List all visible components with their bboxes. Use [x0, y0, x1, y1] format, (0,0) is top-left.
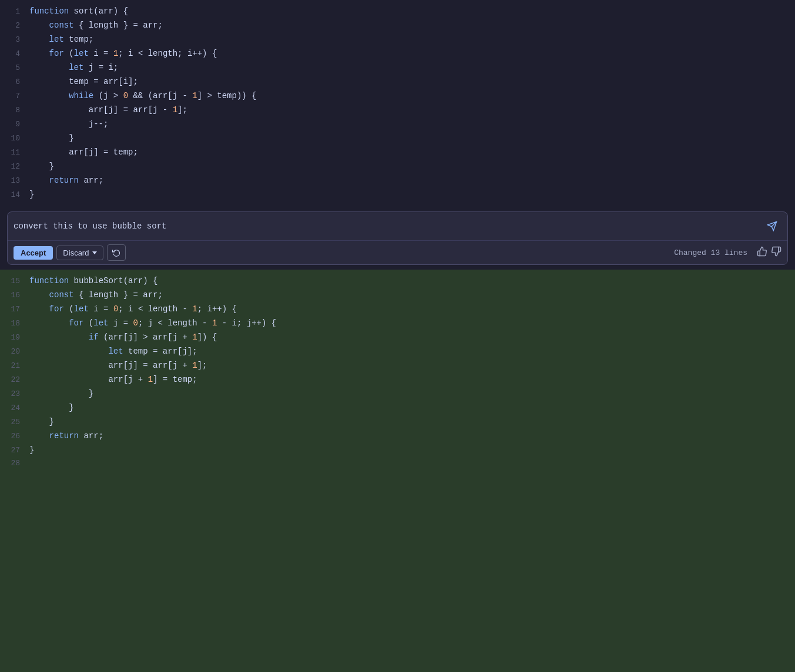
- line-content: let j = i;: [29, 61, 795, 74]
- line-number: 26: [0, 431, 29, 443]
- line-content: }: [29, 160, 795, 173]
- line-content: for (let i = 0; i < length - 1; i++) {: [29, 303, 795, 315]
- code-line-diff: 20 let temp = arr[j];: [0, 345, 795, 359]
- code-line: 5 let j = i;: [0, 61, 795, 75]
- line-content: function bubbleSort(arr) {: [29, 274, 795, 287]
- line-number: 9: [0, 119, 29, 131]
- feedback-buttons: [757, 246, 781, 259]
- line-content: while (j > 0 && (arr[j - 1] > temp)) {: [29, 89, 795, 102]
- changed-label: Changed 13 lines: [674, 248, 747, 257]
- discard-button[interactable]: Discard: [56, 246, 103, 260]
- refresh-icon: [112, 248, 120, 257]
- line-number: 15: [0, 275, 29, 288]
- ai-actions-row: Accept Discard Changed 13 lines: [8, 240, 787, 264]
- thumbs-down-button[interactable]: [771, 246, 781, 259]
- line-content: if (arr[j] > arr[j + 1]) {: [29, 331, 795, 344]
- line-content: arr[j] = temp;: [29, 146, 795, 159]
- line-number: 18: [0, 318, 29, 330]
- thumbs-up-icon: [757, 246, 767, 257]
- line-content: arr[j] = arr[j + 1];: [29, 359, 795, 372]
- line-number: 2: [0, 20, 29, 32]
- line-number: 21: [0, 360, 29, 372]
- code-line-diff: 16 const { length } = arr;: [0, 288, 795, 303]
- code-line: 4 for (let i = 1; i < length; i++) {: [0, 47, 795, 61]
- line-content: return arr;: [29, 174, 795, 187]
- code-line-diff: 24 }: [0, 401, 795, 415]
- line-number: 17: [0, 304, 29, 316]
- code-line: 12 }: [0, 160, 795, 174]
- code-line: 7 while (j > 0 && (arr[j - 1] > temp)) {: [0, 89, 795, 103]
- line-content: let temp = arr[j];: [29, 345, 795, 358]
- line-content: return arr;: [29, 429, 795, 442]
- line-content: temp = arr[i];: [29, 75, 795, 88]
- line-number: 5: [0, 62, 29, 75]
- code-line-diff: 22 arr[j + 1] = temp;: [0, 373, 795, 387]
- line-number: 1: [0, 6, 29, 18]
- line-number: 20: [0, 346, 29, 358]
- line-number: 7: [0, 90, 29, 103]
- ai-widget: Accept Discard Changed 13 lines: [7, 211, 788, 265]
- code-line: 8 arr[j] = arr[j - 1];: [0, 103, 795, 117]
- line-content: }: [29, 132, 795, 145]
- line-number: 16: [0, 290, 29, 302]
- code-line: 13 return arr;: [0, 174, 795, 188]
- code-line-diff: 21 arr[j] = arr[j + 1];: [0, 359, 795, 373]
- thumbs-down-icon: [771, 246, 781, 257]
- code-line: 10 }: [0, 132, 795, 146]
- chevron-down-icon: [92, 251, 97, 254]
- code-line-diff: 19 if (arr[j] > arr[j + 1]) {: [0, 331, 795, 345]
- line-number: 8: [0, 105, 29, 117]
- line-content: arr[j + 1] = temp;: [29, 373, 795, 386]
- code-line: 6 temp = arr[i];: [0, 75, 795, 89]
- code-line-diff: 23 }: [0, 387, 795, 401]
- line-number: 3: [0, 34, 29, 46]
- code-line: 1 function sort(arr) {: [0, 5, 795, 19]
- editor-container: 1 function sort(arr) { 2 const { length …: [0, 0, 795, 672]
- line-number: 19: [0, 332, 29, 344]
- line-content: }: [29, 387, 795, 400]
- line-number: 4: [0, 48, 29, 61]
- ai-submit-button[interactable]: [763, 217, 781, 236]
- line-content: }: [29, 401, 795, 414]
- line-content: }: [29, 415, 795, 428]
- refresh-button[interactable]: [107, 244, 126, 261]
- line-content: const { length } = arr;: [29, 19, 795, 32]
- code-section-diff: 15 function bubbleSort(arr) { 16 const {…: [0, 270, 795, 672]
- line-number: 11: [0, 147, 29, 159]
- code-line: 11 arr[j] = temp;: [0, 146, 795, 160]
- line-content: for (let j = 0; j < length - 1 - i; j++)…: [29, 317, 795, 330]
- code-line-diff: 27 }: [0, 443, 795, 458]
- accept-button[interactable]: Accept: [14, 246, 53, 260]
- code-line: 9 j--;: [0, 117, 795, 132]
- line-content: arr[j] = arr[j - 1];: [29, 103, 795, 116]
- code-section-top: 1 function sort(arr) { 2 const { length …: [0, 0, 795, 207]
- line-number: 28: [0, 458, 29, 470]
- line-number: 6: [0, 76, 29, 89]
- send-icon: [767, 221, 777, 231]
- line-number: 24: [0, 402, 29, 415]
- line-content: }: [29, 188, 795, 201]
- ai-prompt-input[interactable]: [14, 221, 758, 231]
- line-content: j--;: [29, 117, 795, 130]
- line-number: 23: [0, 388, 29, 401]
- line-number: 12: [0, 161, 29, 173]
- line-number: 10: [0, 133, 29, 145]
- line-number: 22: [0, 374, 29, 387]
- code-line: 2 const { length } = arr;: [0, 19, 795, 33]
- line-number: 27: [0, 445, 29, 457]
- code-line: 14 }: [0, 188, 795, 202]
- line-number: 25: [0, 416, 29, 429]
- code-line-diff: 28: [0, 458, 795, 472]
- code-line-diff: 26 return arr;: [0, 429, 795, 443]
- line-content: for (let i = 1; i < length; i++) {: [29, 47, 795, 60]
- code-line-diff: 18 for (let j = 0; j < length - 1 - i; j…: [0, 317, 795, 331]
- line-content: function sort(arr) {: [29, 5, 795, 18]
- code-line-diff: 17 for (let i = 0; i < length - 1; i++) …: [0, 303, 795, 317]
- line-number: 13: [0, 175, 29, 187]
- line-content: let temp;: [29, 33, 795, 46]
- code-line-diff: 25 }: [0, 415, 795, 429]
- line-content: }: [29, 443, 795, 456]
- line-content: const { length } = arr;: [29, 288, 795, 301]
- discard-label: Discard: [63, 248, 89, 257]
- thumbs-up-button[interactable]: [757, 246, 767, 259]
